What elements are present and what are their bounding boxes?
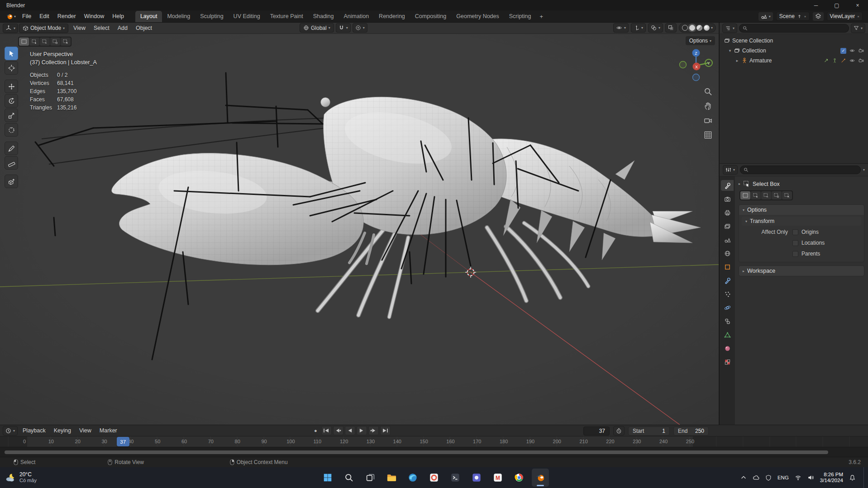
- taskbar-chrome-button[interactable]: [510, 469, 528, 487]
- timeline-menu-keying[interactable]: Keying: [50, 425, 75, 436]
- workspace-tab-geometry-nodes[interactable]: Geometry Nodes: [451, 11, 504, 22]
- visibility-dropdown[interactable]: ▾: [613, 23, 629, 33]
- tool-cursor[interactable]: [5, 61, 18, 75]
- jump-to-start-button[interactable]: [321, 426, 332, 435]
- timeline-menu-playback[interactable]: Playback: [19, 425, 50, 436]
- timeline-menu-marker[interactable]: Marker: [95, 425, 121, 436]
- workspace-tab-scripting[interactable]: Scripting: [504, 11, 536, 22]
- snapping-toggle[interactable]: ▾: [336, 23, 351, 33]
- taskbar-start-button[interactable]: [319, 469, 336, 487]
- menu-help[interactable]: Help: [108, 11, 128, 22]
- transform-subpanel-header[interactable]: ▾ Transform: [742, 217, 861, 226]
- options-panel-header[interactable]: ▾ Options: [739, 205, 864, 215]
- select-mode-extend-button[interactable]: [29, 38, 39, 46]
- parents-checkbox[interactable]: [792, 251, 798, 257]
- outliner-row-collection[interactable]: ▾ Collection ✓: [720, 46, 868, 56]
- workspace-tab-modeling[interactable]: Modeling: [162, 11, 195, 22]
- tool-add-cube[interactable]: [5, 175, 18, 188]
- workspace-tab-layout[interactable]: Layout: [135, 11, 162, 22]
- tray-wifi-icon[interactable]: [795, 474, 801, 481]
- viewport-3d[interactable]: Options ▾ User Perspective (37) Collecti…: [0, 34, 719, 425]
- tab-viewlayer-properties[interactable]: [721, 221, 734, 232]
- xray-toggle[interactable]: [665, 23, 677, 33]
- workspace-tab-compositing[interactable]: Compositing: [410, 11, 451, 22]
- scene-name-field[interactable]: Scene ×: [776, 12, 810, 21]
- frame-end-field[interactable]: End 250: [673, 426, 709, 436]
- taskbar-app-button-3[interactable]: [468, 469, 485, 487]
- tray-cloud-icon[interactable]: [753, 474, 759, 481]
- tool-rotate[interactable]: [5, 94, 18, 108]
- outliner-row-scene-collection[interactable]: Scene Collection: [720, 36, 868, 46]
- tool-options-button[interactable]: Options ▾: [686, 36, 715, 45]
- tray-shield-icon[interactable]: [765, 474, 772, 481]
- menu-edit[interactable]: Edit: [35, 11, 53, 22]
- gizmos-dropdown[interactable]: ▾: [631, 23, 646, 33]
- outliner-filter-button[interactable]: ▾: [851, 24, 865, 33]
- taskbar-app-button-1[interactable]: [425, 469, 443, 487]
- scene-browse-button[interactable]: ▾: [758, 12, 773, 21]
- viewlayer-browse-button[interactable]: [812, 12, 824, 21]
- tab-physics-properties[interactable]: [721, 302, 734, 313]
- camera-view-icon[interactable]: [704, 116, 712, 125]
- hide-viewport-eye-icon[interactable]: [849, 58, 855, 63]
- play-button[interactable]: [357, 426, 367, 435]
- timeline-scrollbar[interactable]: [5, 450, 828, 454]
- pan-hand-icon[interactable]: [704, 102, 712, 110]
- editor-type-button[interactable]: ▾: [3, 24, 18, 33]
- timeline-editor-type-button[interactable]: ▾: [3, 426, 18, 436]
- ortho-grid-icon[interactable]: [704, 131, 712, 139]
- workspace-tab-sculpting[interactable]: Sculpting: [195, 11, 228, 22]
- taskbar-search-button[interactable]: [340, 469, 358, 487]
- menu-window[interactable]: Window: [80, 11, 108, 22]
- shading-material-button[interactable]: [696, 25, 702, 31]
- tool-scale[interactable]: [5, 109, 18, 122]
- select-mode-invert-button[interactable]: [50, 38, 60, 46]
- select-mode-extend-button[interactable]: [751, 191, 761, 199]
- previous-keyframe-button[interactable]: [333, 426, 343, 435]
- select-mode-intersect-button[interactable]: [61, 38, 71, 46]
- maximize-button[interactable]: ▢: [826, 0, 847, 10]
- taskbar-blender-button[interactable]: [532, 469, 549, 487]
- locations-checkbox[interactable]: [792, 240, 798, 246]
- properties-search-input[interactable]: [740, 166, 861, 174]
- tab-tool-properties[interactable]: [721, 180, 734, 191]
- viewport-menu-add[interactable]: Add: [114, 23, 132, 34]
- taskbar-taskview-button[interactable]: [362, 469, 379, 487]
- next-keyframe-button[interactable]: [368, 426, 379, 435]
- hide-viewport-eye-icon[interactable]: [849, 48, 855, 53]
- play-reverse-button[interactable]: [345, 426, 355, 435]
- tool-transform[interactable]: [5, 123, 18, 137]
- tray-chevron-up-icon[interactable]: [740, 474, 747, 481]
- viewlayer-name-field[interactable]: ViewLayer ×: [827, 12, 863, 21]
- properties-editor-type-button[interactable]: ▾: [723, 165, 738, 175]
- shading-wireframe-button[interactable]: [682, 25, 688, 31]
- outliner-search-input[interactable]: [739, 24, 849, 33]
- blender-menu-button[interactable]: ▾: [4, 13, 18, 20]
- tab-object-properties[interactable]: [721, 261, 734, 272]
- tab-material-properties[interactable]: [721, 343, 734, 354]
- viewport-menu-view[interactable]: View: [69, 23, 90, 34]
- tool-select-box[interactable]: [5, 47, 18, 60]
- add-workspace-button[interactable]: +: [536, 13, 547, 20]
- unlink-icon[interactable]: ×: [804, 14, 806, 19]
- workspace-tab-uv-editing[interactable]: UV Editing: [229, 11, 265, 22]
- tool-annotate[interactable]: [5, 142, 18, 155]
- use-preview-range-button[interactable]: [613, 426, 625, 436]
- select-mode-intersect-button[interactable]: [782, 191, 792, 199]
- disable-render-camera-icon[interactable]: [858, 58, 864, 63]
- origins-checkbox[interactable]: [792, 229, 798, 235]
- viewport-menu-object[interactable]: Object: [132, 23, 156, 34]
- active-tool-row[interactable]: ▸ Select Box: [739, 180, 864, 187]
- menu-render[interactable]: Render: [53, 11, 80, 22]
- timeline-menu-view[interactable]: View: [75, 425, 95, 436]
- tab-world-properties[interactable]: [721, 248, 734, 259]
- jump-to-end-button[interactable]: [380, 426, 391, 435]
- select-mode-new-button[interactable]: [740, 191, 750, 199]
- select-mode-new-button[interactable]: [19, 38, 29, 46]
- taskbar-explorer-button[interactable]: [383, 469, 400, 487]
- taskbar-clock[interactable]: 8:26 PM 3/14/2024: [820, 472, 843, 483]
- tool-measure[interactable]: [5, 156, 18, 170]
- tab-object-data-properties[interactable]: [721, 329, 734, 340]
- tool-move[interactable]: [5, 80, 18, 93]
- input-language[interactable]: ENG: [777, 475, 789, 480]
